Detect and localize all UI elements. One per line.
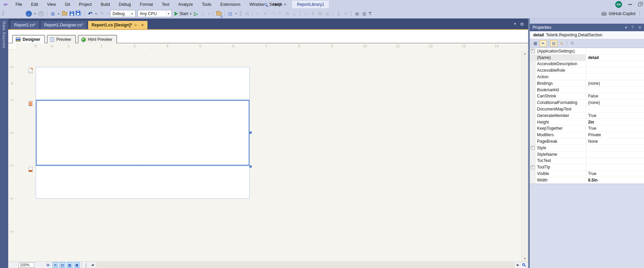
- bring-to-front-icon[interactable]: ▣: [354, 11, 360, 17]
- property-row[interactable]: ToolTip: [530, 164, 644, 171]
- section-page-footer[interactable]: [36, 166, 250, 199]
- snap-to-snaplines-icon[interactable]: ▦: [67, 262, 72, 268]
- snap-to-grid-icon[interactable]: ⊞: [52, 262, 58, 268]
- menu-item[interactable]: Edit: [26, 0, 43, 9]
- property-value[interactable]: [586, 158, 644, 164]
- expand-icon[interactable]: [530, 55, 536, 61]
- solution-configurations-dropdown[interactable]: Debug ▾: [110, 10, 135, 17]
- property-label[interactable]: StyleName: [536, 151, 586, 158]
- resize-handle-right[interactable]: [249, 131, 252, 134]
- menu-item[interactable]: Debug: [114, 0, 135, 9]
- property-row[interactable]: Style: [530, 145, 644, 151]
- expand-icon[interactable]: [530, 106, 536, 112]
- property-value[interactable]: (none): [586, 100, 644, 106]
- account-avatar[interactable]: SA: [615, 1, 622, 8]
- new-project-caret-icon[interactable]: ▾: [57, 11, 60, 17]
- property-label[interactable]: (Name): [536, 55, 586, 61]
- property-value[interactable]: [586, 48, 644, 54]
- property-row[interactable]: KeepTogether True: [530, 126, 644, 132]
- property-row[interactable]: StyleName: [530, 151, 644, 158]
- property-label[interactable]: Action: [536, 74, 586, 80]
- scroll-up-icon[interactable]: ▲: [523, 52, 526, 55]
- gear-icon[interactable]: ⚙: [520, 22, 524, 27]
- expand-icon[interactable]: [530, 177, 536, 184]
- restore-button[interactable]: [638, 3, 641, 6]
- property-row[interactable]: Width 6.5in: [530, 177, 644, 184]
- menu-item[interactable]: Tools: [197, 0, 216, 9]
- solution-platforms-dropdown[interactable]: Any CPU ▾: [138, 10, 172, 17]
- snapline-style-icon[interactable]: ∫: [83, 262, 89, 268]
- tab-report1-cs-design[interactable]: Report1.cs [Design]* ⊤ ×: [88, 21, 147, 29]
- start-debugging-button[interactable]: Start ▾: [173, 10, 193, 18]
- window-position-icon[interactable]: ▾: [625, 25, 627, 30]
- property-label[interactable]: KeepTogether: [536, 126, 586, 132]
- window-preview-caret-icon[interactable]: ▾: [235, 11, 237, 17]
- property-value[interactable]: [586, 106, 644, 112]
- section-body[interactable]: [36, 100, 250, 166]
- show-snaplines-icon[interactable]: ▤: [60, 262, 65, 268]
- property-label[interactable]: Style: [536, 145, 586, 151]
- close-icon[interactable]: ×: [141, 23, 144, 27]
- menu-item[interactable]: File: [11, 0, 26, 9]
- property-value[interactable]: True: [586, 126, 644, 132]
- undo-caret-icon[interactable]: ▾: [95, 11, 97, 17]
- expand-icon[interactable]: [530, 138, 536, 144]
- toolbar-separator[interactable]: [224, 11, 225, 16]
- toolbar-separator[interactable]: [47, 11, 47, 16]
- property-row[interactable]: ConditionalFormatting (none): [530, 100, 644, 106]
- horizontal-scrollbar[interactable]: [96, 263, 514, 267]
- property-pages-wrench-icon[interactable]: ⚙: [569, 40, 576, 47]
- tab-report1-designer-cs[interactable]: Report1.Designer.cs* ⊤ ×: [41, 21, 86, 29]
- property-row[interactable]: Action: [530, 74, 644, 80]
- property-label[interactable]: Modifiers: [536, 132, 586, 138]
- section-icon[interactable]: [28, 167, 33, 172]
- property-row[interactable]: PageBreak None: [530, 138, 644, 145]
- toolbar-separator[interactable]: [84, 11, 85, 16]
- search-control[interactable]: Search ▾: [258, 0, 286, 9]
- expand-icon[interactable]: [530, 119, 536, 125]
- find-in-files-icon[interactable]: [216, 11, 222, 17]
- property-label[interactable]: BookmarkId: [536, 87, 586, 93]
- scroll-down-icon[interactable]: ▼: [523, 257, 526, 260]
- property-row[interactable]: (ApplicationSettings): [530, 48, 644, 55]
- selection-mode-icon[interactable]: ▣: [74, 262, 80, 268]
- property-label[interactable]: DocumentMapText: [536, 106, 586, 112]
- expand-icon[interactable]: [530, 132, 536, 138]
- navigate-back-caret-icon[interactable]: ▾: [34, 11, 36, 17]
- property-value[interactable]: (none): [586, 80, 644, 86]
- property-label[interactable]: PageBreak: [536, 138, 586, 144]
- property-value[interactable]: [586, 145, 644, 151]
- toolbar-separator[interactable]: [252, 11, 253, 16]
- expand-icon[interactable]: [530, 171, 536, 177]
- property-value[interactable]: True: [586, 113, 644, 119]
- resize-handle-corner[interactable]: [249, 165, 252, 168]
- expand-icon[interactable]: [530, 100, 536, 106]
- property-label[interactable]: Bindings: [536, 80, 586, 86]
- menu-item[interactable]: Test: [157, 0, 174, 9]
- menu-item[interactable]: Format: [135, 0, 157, 9]
- tab-designer[interactable]: Designer: [12, 35, 45, 43]
- expand-icon[interactable]: [530, 158, 536, 164]
- solution-name-badge[interactable]: ReportLibrary1: [292, 1, 329, 8]
- events-icon[interactable]: ϟ: [558, 40, 565, 47]
- property-label[interactable]: CanShrink: [536, 93, 586, 100]
- properties-page-icon[interactable]: ▤: [550, 40, 557, 47]
- statusbar-separator[interactable]: [81, 263, 82, 267]
- toolbar-separator[interactable]: [333, 11, 333, 16]
- menu-item[interactable]: Analyze: [174, 0, 198, 9]
- expand-icon[interactable]: [530, 93, 536, 100]
- tab-preview[interactable]: Preview: [47, 35, 76, 43]
- property-label[interactable]: TocText: [536, 158, 586, 164]
- property-label[interactable]: Height: [536, 119, 586, 125]
- menu-item[interactable]: Build: [96, 0, 115, 9]
- property-row[interactable]: (Name) detail: [530, 55, 644, 61]
- window-preview-icon[interactable]: ⊡: [227, 11, 233, 17]
- expand-icon[interactable]: [530, 113, 536, 119]
- property-value[interactable]: [586, 164, 644, 170]
- zoom-tool-icon[interactable]: [522, 263, 525, 266]
- property-value[interactable]: True: [586, 171, 644, 177]
- property-value[interactable]: None: [586, 138, 644, 144]
- toolbar-grip[interactable]: [240, 11, 242, 16]
- expand-icon[interactable]: [530, 80, 536, 86]
- show-grid-icon[interactable]: ⊞: [45, 262, 51, 268]
